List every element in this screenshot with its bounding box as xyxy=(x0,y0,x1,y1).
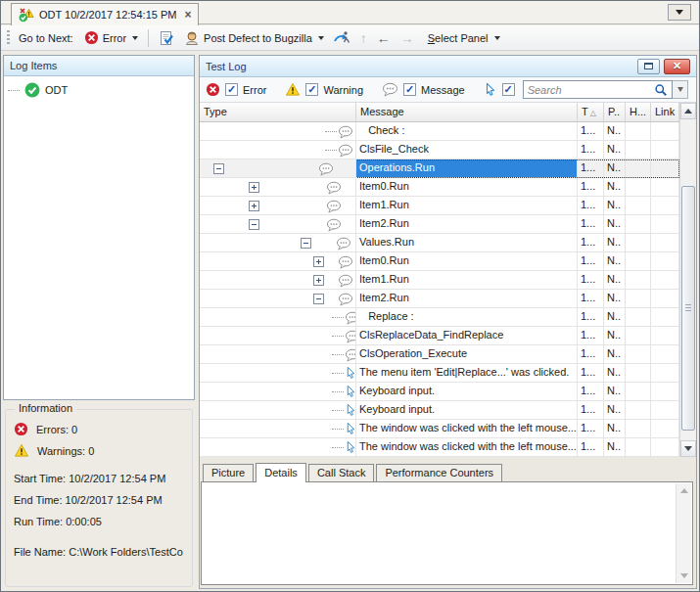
log-row-time-cell[interactable]: 1... xyxy=(578,159,604,178)
log-row-message-cell[interactable]: Item0.Run xyxy=(356,252,578,271)
log-row-type-cell[interactable] xyxy=(200,178,356,197)
restore-button[interactable] xyxy=(637,59,660,74)
log-row-haspicture-cell[interactable] xyxy=(626,197,651,215)
error-checkbox[interactable]: ✓ xyxy=(225,83,238,96)
log-row-time-cell[interactable]: 1... xyxy=(578,308,604,327)
log-row-haspicture-cell[interactable] xyxy=(626,401,651,420)
log-row-haspicture-cell[interactable] xyxy=(626,420,651,438)
expander-icon[interactable] xyxy=(313,275,324,286)
log-row[interactable]: Item1.Run 1... N.. xyxy=(200,271,679,290)
log-row-message-cell[interactable]: ClsOperation_Execute xyxy=(356,345,578,364)
log-row-priority-cell[interactable]: N.. xyxy=(604,215,626,234)
log-row-time-cell[interactable]: 1... xyxy=(578,420,604,438)
log-row-time-cell[interactable]: 1... xyxy=(578,401,604,420)
scrollbar-thumb[interactable] xyxy=(681,186,695,431)
log-row-time-cell[interactable]: 1... xyxy=(578,290,604,308)
log-row[interactable]: Item0.Run 1... N.. xyxy=(200,252,679,271)
log-row-type-cell[interactable] xyxy=(200,327,356,345)
log-row-priority-cell[interactable]: N.. xyxy=(604,383,626,401)
log-row-priority-cell[interactable]: N.. xyxy=(604,290,626,308)
log-row[interactable]: ClsFile_Check 1... N.. xyxy=(200,141,679,159)
log-row-type-cell[interactable] xyxy=(200,234,356,252)
log-row[interactable]: ClsOperation_Execute 1... N.. xyxy=(200,345,679,364)
tab-close-icon[interactable]: × xyxy=(184,9,191,21)
log-row-time-cell[interactable]: 1... xyxy=(578,345,604,364)
scroll-up-button[interactable] xyxy=(680,103,696,119)
log-row-priority-cell[interactable]: N.. xyxy=(604,178,626,197)
log-row-message-cell[interactable]: The window was clicked with the left mou… xyxy=(356,420,578,438)
log-row-haspicture-cell[interactable] xyxy=(626,159,651,178)
column-header-time[interactable]: T△ xyxy=(578,103,604,122)
search-input[interactable]: Search xyxy=(523,80,673,99)
log-row-type-cell[interactable] xyxy=(200,197,356,215)
log-row-message-cell[interactable]: Keyboard input. xyxy=(356,401,578,420)
log-row-link-cell[interactable] xyxy=(651,401,679,420)
log-row-time-cell[interactable]: 1... xyxy=(578,271,604,290)
close-button[interactable]: ✕ xyxy=(664,59,690,74)
log-row-message-cell[interactable]: The menu item 'Edit|Replace...' was clic… xyxy=(356,364,578,383)
log-row-type-cell[interactable] xyxy=(200,122,356,141)
log-row-message-cell[interactable]: Item1.Run xyxy=(356,271,578,290)
log-row-link-cell[interactable] xyxy=(651,327,679,345)
log-row-message-cell[interactable]: The window was clicked with the left mou… xyxy=(356,438,578,457)
log-row-message-cell[interactable]: Operations.Run xyxy=(356,159,578,178)
log-row-time-cell[interactable]: 1... xyxy=(578,327,604,345)
scroll-down-button[interactable] xyxy=(677,569,691,583)
expander-icon[interactable] xyxy=(249,219,259,230)
log-row-priority-cell[interactable]: N.. xyxy=(604,234,626,252)
log-row-link-cell[interactable] xyxy=(651,345,679,364)
log-row-message-cell[interactable]: Keyboard input. xyxy=(356,383,578,401)
tab-list-dropdown-button[interactable] xyxy=(668,4,691,21)
log-row-time-cell[interactable]: 1... xyxy=(578,252,604,271)
log-row[interactable]: Check : 1... N.. xyxy=(200,122,679,141)
log-row-message-cell[interactable]: ClsFile_Check xyxy=(356,141,578,159)
log-row-priority-cell[interactable]: N.. xyxy=(604,197,626,215)
column-header-priority[interactable]: P.. xyxy=(604,103,626,122)
log-row-priority-cell[interactable]: N.. xyxy=(604,345,626,364)
toolbar-grip[interactable] xyxy=(7,30,10,45)
log-row[interactable]: Keyboard input. 1... N.. xyxy=(200,383,679,401)
post-defect-button[interactable]: Post Defect to Bugzilla xyxy=(179,28,329,48)
log-row[interactable]: The menu item 'Edit|Replace...' was clic… xyxy=(200,364,679,383)
log-row[interactable]: Item2.Run 1... N.. xyxy=(200,215,679,234)
log-row-priority-cell[interactable]: N.. xyxy=(604,159,626,178)
run-state-button[interactable] xyxy=(329,28,355,48)
log-row-message-cell[interactable]: Check : xyxy=(356,122,578,141)
details-content[interactable] xyxy=(201,481,693,585)
log-row-link-cell[interactable] xyxy=(651,438,679,457)
log-row-message-cell[interactable]: Item0.Run xyxy=(356,178,578,197)
up-one-level-button[interactable]: ↑ xyxy=(355,29,372,47)
log-row-haspicture-cell[interactable] xyxy=(626,327,651,345)
log-row-type-cell[interactable] xyxy=(200,383,356,401)
log-row[interactable]: Keyboard input. 1... N.. xyxy=(200,401,679,420)
log-row-priority-cell[interactable]: N.. xyxy=(604,364,626,383)
log-row-priority-cell[interactable]: N.. xyxy=(604,420,626,438)
log-row-type-cell[interactable] xyxy=(200,364,356,383)
log-row-link-cell[interactable] xyxy=(651,215,679,234)
log-row[interactable]: Item0.Run 1... N.. xyxy=(200,178,679,197)
select-panel-button[interactable]: Select Panel xyxy=(423,30,505,46)
log-row-time-cell[interactable]: 1... xyxy=(578,383,604,401)
log-row-haspicture-cell[interactable] xyxy=(626,290,651,308)
tab-performance-counters[interactable]: Performance Counters xyxy=(376,464,502,481)
warning-checkbox[interactable]: ✓ xyxy=(305,83,318,96)
log-row-haspicture-cell[interactable] xyxy=(626,364,651,383)
expander-icon[interactable] xyxy=(313,294,324,304)
log-row-haspicture-cell[interactable] xyxy=(626,122,651,141)
log-row-haspicture-cell[interactable] xyxy=(626,178,651,197)
goto-next-error-button[interactable]: Error xyxy=(79,28,143,47)
log-row[interactable]: The window was clicked with the left mou… xyxy=(200,420,679,438)
log-row-haspicture-cell[interactable] xyxy=(626,234,651,252)
log-row-priority-cell[interactable]: N.. xyxy=(604,271,626,290)
expander-icon[interactable] xyxy=(249,182,259,193)
tab-call-stack[interactable]: Call Stack xyxy=(308,464,375,481)
expander-icon[interactable] xyxy=(313,256,324,267)
event-checkbox[interactable]: ✓ xyxy=(502,83,515,96)
log-row-link-cell[interactable] xyxy=(651,271,679,290)
log-row-priority-cell[interactable]: N.. xyxy=(604,401,626,420)
log-row[interactable]: Values.Run 1... N.. xyxy=(200,234,679,252)
expander-icon[interactable] xyxy=(249,201,259,211)
log-row-type-cell[interactable] xyxy=(200,271,356,290)
log-row[interactable]: Replace : 1... N.. xyxy=(200,308,679,327)
log-row[interactable]: Item1.Run 1... N.. xyxy=(200,197,679,215)
